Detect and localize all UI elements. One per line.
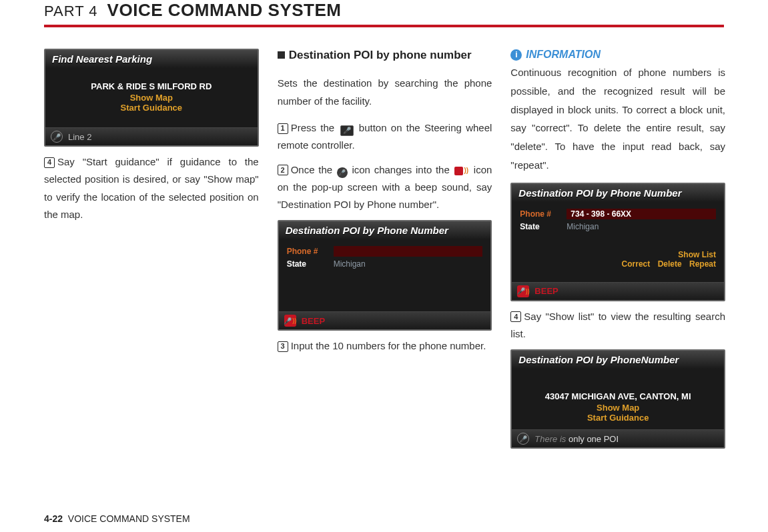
mic-active-icon: 🎤)) — [284, 315, 296, 327]
step-text: Once the — [291, 164, 336, 175]
start-guidance-label: Start Guidance — [53, 103, 250, 113]
show-list-cmd: Show List — [678, 250, 716, 259]
step-number-icon: 4 — [510, 311, 521, 322]
show-map-label: Show Map — [520, 403, 716, 413]
heading-text: Destination POI by phone number — [289, 49, 472, 61]
mic-active-icon: )) — [454, 165, 468, 177]
footer-text: Line 2 — [68, 132, 91, 142]
shot-title: Destination POI by PhoneNumber — [512, 351, 724, 369]
step-number-icon: 3 — [278, 341, 288, 352]
phone-value: 734 - 398 - 66XX — [566, 209, 716, 219]
step-text: Press the — [291, 122, 339, 133]
step-number-icon: 2 — [278, 165, 288, 175]
repeat-cmd: Repeat — [689, 259, 716, 269]
square-bullet-icon — [278, 51, 285, 59]
screenshot-poi-phone-empty: Destination POI by Phone Number Phone # … — [278, 220, 492, 331]
correct-cmd: Correct — [622, 259, 651, 269]
step-3: 3Input the 10 numbers for the phone numb… — [278, 337, 492, 355]
beep-label: BEEP — [534, 286, 558, 296]
page-footer: 4-22 VOICE COMMAND SYSTEM — [44, 513, 190, 524]
screenshot-poi-phone-filled: Destination POI by Phone Number Phone # … — [510, 183, 725, 301]
info-title: INFORMATION — [526, 49, 601, 61]
steering-voice-button-icon: 🎤 — [340, 125, 354, 136]
result-address: 43047 MICHIGAN AVE, CANTON, MI — [520, 391, 716, 401]
command-row: Show List — [520, 250, 716, 259]
state-label: State — [287, 259, 327, 269]
information-heading: i INFORMATION — [510, 49, 725, 61]
page-number: 4-22 — [44, 513, 63, 524]
result-count-text: There is only one POI — [534, 434, 619, 444]
step-2: 2Once the 🎤 icon changes into the )) ico… — [278, 161, 492, 214]
footer-section: VOICE COMMAND SYSTEM — [68, 513, 190, 524]
shot-title: Destination POI by Phone Number — [512, 184, 724, 202]
delete-cmd: Delete — [658, 259, 682, 269]
step-text: Say "Show list" to view the resulting se… — [510, 311, 725, 339]
step-text: icon changes into the — [348, 164, 454, 175]
state-label: State — [520, 222, 560, 231]
beep-label: BEEP — [302, 316, 325, 326]
info-body: Continuous recognition of phone numbers … — [510, 63, 725, 175]
state-value: Michigan — [334, 259, 366, 269]
shot-title: Destination POI by Phone Number — [279, 221, 491, 239]
screenshot-find-parking: Find Nearest Parking PARK & RIDE S MILFO… — [44, 49, 259, 147]
start-guidance-label: Start Guidance — [520, 413, 716, 423]
step-1: 1Press the 🎤 button on the Steering whee… — [278, 119, 492, 155]
part-label: PART 4 — [44, 3, 98, 20]
command-row: Correct Delete Repeat — [520, 259, 716, 269]
poi-name: PARK & RIDE S MILFORD RD — [53, 81, 250, 91]
step-number-icon: 4 — [44, 157, 55, 168]
phone-label: Phone # — [520, 209, 560, 219]
mic-active-icon: 🎤)) — [517, 285, 529, 297]
info-icon: i — [510, 49, 522, 61]
shot-title: Find Nearest Parking — [45, 50, 258, 68]
step-text: Say "Start guidance" if guidance to the … — [44, 156, 259, 220]
step-4-col1: 4Say "Start guidance" if guidance to the… — [44, 153, 259, 223]
screenshot-poi-result: Destination POI by PhoneNumber 43047 MIC… — [510, 349, 725, 449]
phone-input — [334, 246, 483, 257]
mic-idle-icon: 🎤 — [337, 167, 348, 178]
state-value: Michigan — [566, 222, 599, 231]
page-title: VOICE COMMAND SYSTEM — [107, 0, 342, 21]
step-text: Input the 10 numbers for the phone numbe… — [291, 340, 486, 351]
mic-icon: 🎤 — [51, 131, 63, 143]
step-number-icon: 1 — [278, 123, 288, 134]
section-intro: Sets the destination by searching the ph… — [278, 74, 492, 110]
show-map-label: Show Map — [53, 93, 250, 103]
step-4-col3: 4Say "Show list" to view the resulting s… — [510, 308, 725, 343]
section-heading: Destination POI by phone number — [278, 49, 492, 62]
phone-label: Phone # — [287, 247, 327, 256]
mic-icon: 🎤 — [517, 433, 529, 445]
